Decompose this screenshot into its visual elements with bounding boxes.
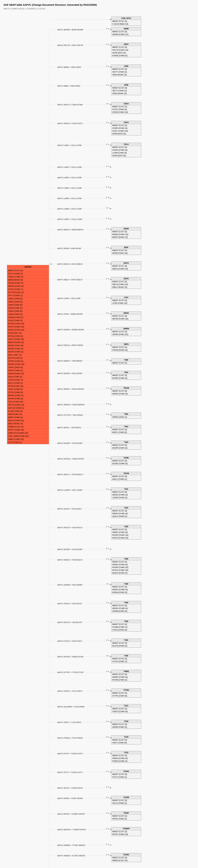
target-table-row: OBJNR [CHAR (22)]: [111, 333, 141, 336]
target-table-row: MANDT [CLNT (3)]: [111, 390, 141, 393]
svg-marker-104: [110, 844, 111, 846]
target-table: T024EMANDT [CLNT (3)]EKORG [CHAR (4)]: [111, 456, 141, 465]
main-table-column: CHKPT [CHAR (20)]: [7, 338, 49, 341]
target-table: CUM_AFCUMANDT [CLNT (3)]CUGUID [RAW (16)…: [111, 17, 141, 26]
main-table-column: LAR05 [CHAR (6)]: [7, 310, 49, 313]
target-table-row: MANDT [CLNT (3)]: [111, 249, 141, 252]
target-table-header: MARA: [111, 312, 141, 315]
main-table-header: AAFVC: [7, 265, 49, 269]
main-table-column: ABNUM [NUMC (4)]: [7, 341, 49, 344]
target-table-header: TCNRFP: [111, 827, 141, 830]
target-table-row: MANDT [CLNT (3)]: [111, 460, 141, 462]
main-table-column: CHKAZ [CHAR (1)]: [7, 378, 49, 381]
target-table-row: MANDT [CLNT (3)]: [111, 799, 141, 802]
target-table: T429MANDT [CLNT (3)]WERKS [CHAR (4)]ZERM…: [111, 601, 141, 613]
target-table-header: T428: [111, 582, 141, 586]
target-table: T430MANDT [CLNT (3)]PLNAW [CHAR (1)]STEU…: [111, 620, 141, 631]
edge-label: AAFVC-LAR06 > CSLA-LSTAR: [57, 208, 82, 210]
target-table-row: MANDT [CLNT (3)]: [111, 754, 141, 757]
target-table-row: EKORG [CHAR (4)]: [111, 462, 141, 465]
multiplicity-label: 0..N: [106, 297, 109, 298]
target-table-row: EBELN [CHAR (10)]: [111, 268, 141, 270]
main-table-column: ZERMA [CHAR (5)]: [7, 316, 49, 319]
multiplicity-label: 0..N: [106, 583, 109, 585]
target-table-row: MANDT [CLNT (3)]: [111, 830, 141, 833]
edge-label: AAFVC-DWAER > TCURC-WAERS: [57, 844, 85, 846]
main-table-column: FUNC_AREA [CHAR (16)]: [7, 435, 49, 438]
edge-label: AAFVC-AENNR > AENR-AENNR: [57, 29, 83, 31]
edge-label: AAFVC-LOGRP > T421-LOGRP: [57, 489, 82, 491]
multiplicity-label: 0..N: [106, 262, 109, 264]
multiplicity-label: 0..N: [50, 263, 53, 265]
target-table-header: ERAN: [111, 227, 141, 230]
target-table-row: WERKS [CHAR (4)]: [111, 531, 141, 534]
svg-marker-16: [110, 166, 111, 168]
main-table-column: SFRNO [CHAR (5)]: [7, 360, 49, 363]
target-table-header: T421: [111, 488, 141, 491]
target-table: TCK08MANDT [CLNT (3)]SELKZ [CHAR (1)]: [111, 796, 141, 805]
target-table-row: MANDT [CLNT (3)]: [111, 315, 141, 317]
main-table-column: LARNT [CHAR (6)]: [7, 366, 49, 369]
target-table-row: MANDT [CLNT (3)]: [111, 444, 141, 447]
edge-label: AAFVC-ARBII > CRID-OBJID: [57, 85, 80, 87]
target-table-row: KAPAR [CHAR (3)]: [111, 726, 141, 728]
target-table-row: MLSTN [CHAR (5)]: [111, 645, 141, 647]
target-table-row: PSPNR [NUMC (8)]: [111, 349, 141, 351]
target-table-row: WERKS [CHAR (4)]: [111, 512, 141, 515]
multiplicity-label: 0..N: [106, 28, 109, 30]
main-table-column: EBELP [NUMC (5)]: [7, 422, 49, 425]
edge-label: AAFVC-ANFKO > CSKS-KOSTL: [57, 123, 83, 124]
edge-label: AAFVC-REFPNT > TCNRFP-RFPNT: [57, 829, 86, 831]
target-table-row: MANDT [CLNT (3)]: [111, 491, 141, 494]
main-table-column: WERKS [CHAR (4)]: [7, 285, 49, 288]
target-table-header: TCURC: [111, 853, 141, 856]
target-table-header: T425: [111, 525, 141, 528]
main-table-column: RASCH [CHAR (10)]: [7, 329, 49, 332]
main-table-column: ISTNR [CHAR (18)]: [7, 385, 49, 388]
multiplicity-label: 0..N: [106, 671, 109, 672]
multiplicity-label: 0..N: [106, 122, 109, 123]
target-table-row: LIFNR [CHAR (10)]: [111, 302, 141, 305]
target-table-row: MANDT [CLNT (3)]: [111, 362, 141, 364]
edge-label: AAFVC-RASCH > T428-RASCH: [57, 559, 82, 561]
edge-label: AAFVC-ANZLU > T357M-ANZLU: [57, 473, 83, 475]
target-table-row: MANDT [CLNT (3)]: [111, 815, 141, 817]
edge-label: AAFVC-RFPNT > TCNRFP-RFPNT: [57, 813, 85, 815]
page-subtitle: AAFVC-CUNM/CUGUID > /CUM/AFCU-CUGUID .: [3, 8, 195, 10]
target-table-row: MANDT [CLNT (3)]: [111, 265, 141, 268]
target-table-row: INFNR [CHAR (10)]: [111, 252, 141, 255]
target-table-header: AENR: [111, 27, 141, 30]
target-table-header: T430: [111, 620, 141, 623]
target-table-row: SPRAS [LANG (1)]: [111, 416, 141, 418]
main-table-column: UNMCUGUID [RAW (16)]: [7, 432, 49, 435]
target-table: EKKOMANDT [CLNT (3)]EBELN [CHAR (10)]: [111, 261, 141, 271]
main-table-column: KLVAR [CHAR (4)]: [7, 410, 49, 413]
multiplicity-label: 0..N: [106, 43, 109, 45]
edge-label: AAFVC-BNEPO > ERAN-BNEPO: [57, 229, 83, 231]
main-table-column: RSTRA [CHAR (2)]: [7, 335, 49, 338]
target-table-row: MANDT [CLNT (3)]: [111, 20, 141, 23]
target-table-row: MANDT [CLNT (3)]: [111, 428, 141, 431]
multiplicity-label: 0..N: [106, 207, 109, 209]
main-table-column: EBELN [CHAR (10)]: [7, 419, 49, 422]
target-table-row: VERTL [CHAR (8)]: [111, 741, 141, 744]
target-table-row: MANDT [CLNT (3)]: [111, 723, 141, 726]
multiplicity-label: 0..N: [106, 176, 109, 178]
target-table-row: WERKS [CHAR (4)]: [111, 494, 141, 496]
target-table-row: RFGRP [CHAR (10)]: [111, 534, 141, 536]
target-table-row: EKGRP [CHAR (3)]: [111, 447, 141, 450]
edge-label: AAFVC-KTSCH > T435-KTSCH: [57, 640, 82, 642]
multiplicity-label: 0..N: [106, 457, 109, 459]
multiplicity-label: 0..N: [106, 786, 109, 788]
multiplicity-label: 0..N: [106, 620, 109, 622]
multiplicity-label: 0..N: [106, 736, 109, 738]
multiplicity-label: 0..N: [106, 507, 109, 509]
target-table-row: OBJID [NUMC (8)]: [111, 92, 141, 95]
edge-label: AAFVC-STEUS > T430-STEUS: [57, 603, 82, 604]
target-table: CRIDMANDT [CLNT (3)]OBJTY [CHAR (2)]OBJI…: [111, 83, 141, 95]
main-table-column: INFNR [CHAR (10)]: [7, 344, 49, 347]
main-table-column: VERTL [CHAR (8)]: [7, 388, 49, 391]
target-table-row: MATKL [CHAR (9)]: [111, 431, 141, 434]
target-table-row: MANDT [CLNT (3)]: [111, 105, 141, 108]
target-table-row: KTSCH [CHAR (7)]: [111, 660, 141, 663]
